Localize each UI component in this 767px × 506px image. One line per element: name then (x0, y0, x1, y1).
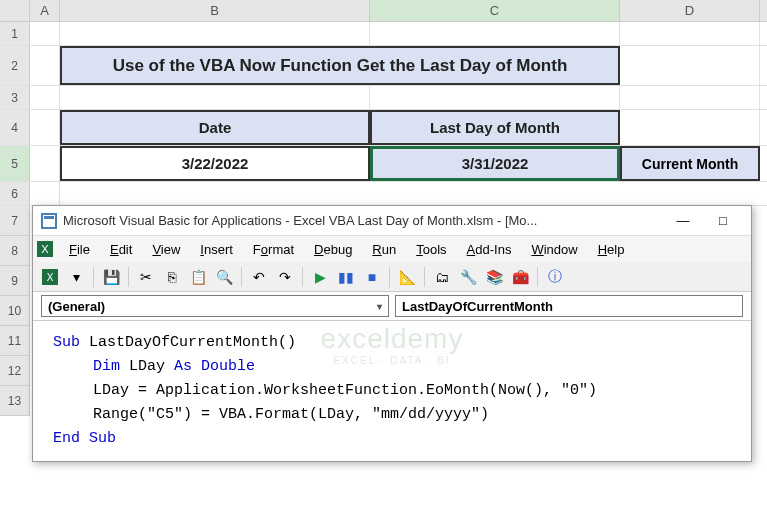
reset-icon[interactable]: ■ (361, 266, 383, 288)
cell-b3[interactable] (60, 86, 370, 109)
toolbox-icon[interactable]: 🧰 (509, 266, 531, 288)
minimize-button[interactable]: — (663, 208, 703, 234)
row-header-8[interactable]: 8 (0, 236, 30, 266)
redo-icon[interactable]: ↷ (274, 266, 296, 288)
header-last-day[interactable]: Last Day of Month (370, 110, 620, 145)
chevron-down-icon: ▾ (377, 301, 382, 312)
cell-c1[interactable] (370, 22, 620, 45)
cell-a3[interactable] (30, 86, 60, 109)
code-editor[interactable]: Sub LastDayOfCurrentMonth() Dim LDay As … (33, 320, 751, 461)
menu-help[interactable]: Help (588, 239, 635, 260)
row-header-7[interactable]: 7 (0, 206, 30, 236)
menu-edit[interactable]: Edit (100, 239, 142, 260)
procedure-dropdown[interactable]: LastDayOfCurrentMonth (395, 295, 743, 317)
cell-d2[interactable] (620, 46, 760, 85)
break-icon[interactable]: ▮▮ (335, 266, 357, 288)
copy-icon[interactable]: ⎘ (161, 266, 183, 288)
procedure-dropdown-value: LastDayOfCurrentMonth (402, 299, 553, 314)
menu-debug[interactable]: Debug (304, 239, 362, 260)
menu-addins[interactable]: Add-Ins (457, 239, 522, 260)
row-2: 2 Use of the VBA Now Function Get the La… (0, 46, 767, 86)
corner-cell[interactable] (0, 0, 30, 21)
cell-b1[interactable] (60, 22, 370, 45)
menubar: X File Edit View Insert Format Debug Run… (33, 236, 751, 262)
row-header-1[interactable]: 1 (0, 22, 30, 45)
cell-a2[interactable] (30, 46, 60, 85)
vba-app-icon (41, 213, 57, 229)
undo-icon[interactable]: ↶ (248, 266, 270, 288)
menu-insert[interactable]: Insert (190, 239, 243, 260)
header-date[interactable]: Date (60, 110, 370, 145)
toolbar: X ▾ 💾 ✂ ⎘ 📋 🔍 ↶ ↷ ▶ ▮▮ ■ 📐 🗂 🔧 📚 🧰 ⓘ (33, 262, 751, 292)
side-row-headers: 7 8 9 10 11 12 13 (0, 206, 30, 416)
code-line-1: Sub LastDayOfCurrentMonth() (53, 331, 731, 355)
title-cell[interactable]: Use of the VBA Now Function Get the Last… (60, 46, 620, 85)
code-dropdowns: (General) ▾ LastDayOfCurrentMonth (33, 292, 751, 320)
object-browser-icon[interactable]: 📚 (483, 266, 505, 288)
row-header-3[interactable]: 3 (0, 86, 30, 109)
menu-tools[interactable]: Tools (406, 239, 456, 260)
last-day-value-cell[interactable]: 3/31/2022 (370, 146, 620, 181)
object-dropdown[interactable]: (General) ▾ (41, 295, 389, 317)
svg-text:X: X (47, 272, 54, 283)
properties-icon[interactable]: 🔧 (457, 266, 479, 288)
object-dropdown-value: (General) (48, 299, 105, 314)
cell-a1[interactable] (30, 22, 60, 45)
help-icon[interactable]: ⓘ (544, 266, 566, 288)
excel-icon: X (37, 241, 53, 257)
column-headers: A B C D (0, 0, 767, 22)
row-5: 5 3/22/2022 3/31/2022 Current Month (0, 146, 767, 182)
menu-format[interactable]: Format (243, 239, 304, 260)
cell-a5[interactable] (30, 146, 60, 181)
cell-a6[interactable] (30, 182, 60, 205)
cell-d1[interactable] (620, 22, 760, 45)
cell-a4[interactable] (30, 110, 60, 145)
menu-run[interactable]: Run (362, 239, 406, 260)
menu-file[interactable]: File (59, 239, 100, 260)
row-header-6[interactable]: 6 (0, 182, 30, 205)
row-header-11[interactable]: 11 (0, 326, 30, 356)
code-line-2: Dim LDay As Double (53, 355, 731, 379)
code-line-3: LDay = Application.WorksheetFunction.EoM… (53, 379, 731, 403)
find-icon[interactable]: 🔍 (213, 266, 235, 288)
code-line-5: End Sub (53, 427, 731, 451)
menu-window[interactable]: Window (521, 239, 587, 260)
vba-title-text: Microsoft Visual Basic for Applications … (63, 213, 663, 228)
paste-icon[interactable]: 📋 (187, 266, 209, 288)
vba-titlebar[interactable]: Microsoft Visual Basic for Applications … (33, 206, 751, 236)
col-header-b[interactable]: B (60, 0, 370, 21)
project-explorer-icon[interactable]: 🗂 (431, 266, 453, 288)
cell-d3[interactable] (620, 86, 760, 109)
row-3: 3 (0, 86, 767, 110)
row-1: 1 (0, 22, 767, 46)
row-header-12[interactable]: 12 (0, 356, 30, 386)
col-header-a[interactable]: A (30, 0, 60, 21)
row-header-5[interactable]: 5 (0, 146, 30, 181)
row-header-9[interactable]: 9 (0, 266, 30, 296)
col-header-c[interactable]: C (370, 0, 620, 21)
svg-text:X: X (41, 243, 49, 255)
run-icon[interactable]: ▶ (309, 266, 331, 288)
svg-rect-2 (44, 216, 54, 219)
row-header-2[interactable]: 2 (0, 46, 30, 85)
date-value-cell[interactable]: 3/22/2022 (60, 146, 370, 181)
cut-icon[interactable]: ✂ (135, 266, 157, 288)
row-header-4[interactable]: 4 (0, 110, 30, 145)
menu-view[interactable]: View (142, 239, 190, 260)
code-line-4: Range("C5") = VBA.Format(LDay, "mm/dd/yy… (53, 403, 731, 427)
row-6: 6 (0, 182, 767, 206)
current-month-cell[interactable]: Current Month (620, 146, 760, 181)
row-header-10[interactable]: 10 (0, 296, 30, 326)
insert-module-icon[interactable]: ▾ (65, 266, 87, 288)
vba-window: Microsoft Visual Basic for Applications … (32, 205, 752, 462)
col-header-d[interactable]: D (620, 0, 760, 21)
row-header-13[interactable]: 13 (0, 386, 30, 416)
view-excel-icon[interactable]: X (39, 266, 61, 288)
row-4: 4 Date Last Day of Month (0, 110, 767, 146)
design-mode-icon[interactable]: 📐 (396, 266, 418, 288)
cell-d4[interactable] (620, 110, 760, 145)
save-icon[interactable]: 💾 (100, 266, 122, 288)
maximize-button[interactable]: □ (703, 208, 743, 234)
cell-c3[interactable] (370, 86, 620, 109)
